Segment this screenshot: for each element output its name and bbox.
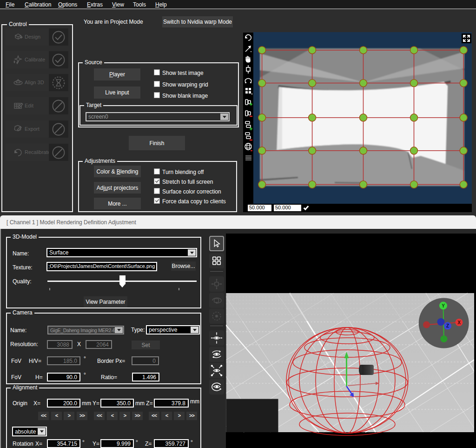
svg-text:X: X (457, 320, 461, 325)
svg-text:Z: Z (446, 323, 449, 328)
svg-text:Y: Y (442, 303, 445, 308)
